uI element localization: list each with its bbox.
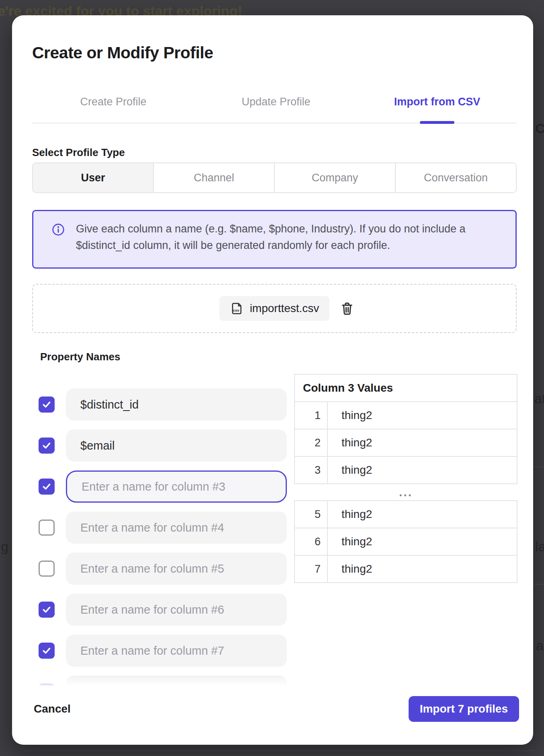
background-fragment: ata [534, 391, 544, 407]
csv-dropzone[interactable]: csv importtest.csv [32, 284, 517, 333]
row-value: thing2 [327, 402, 517, 429]
row-index: 7 [294, 555, 327, 583]
rows-ellipsis: ... [294, 484, 517, 500]
background-fragment: a [536, 638, 544, 653]
modal-footer: Cancel Import 7 profiles [34, 696, 519, 722]
profile-type-option-user[interactable]: User [33, 163, 154, 192]
profile-type-option-conversation[interactable]: Conversation [396, 163, 516, 192]
uploaded-file-name: importtest.csv [250, 302, 319, 315]
active-tab-underline [420, 121, 454, 124]
property-row [32, 429, 294, 462]
row-value: thing2 [327, 501, 517, 528]
row-value: thing2 [327, 456, 517, 484]
value-row: 5thing2 [294, 501, 517, 528]
row-index: 5 [294, 501, 327, 528]
checkmark-icon [41, 481, 52, 492]
property-checkbox[interactable] [39, 479, 55, 495]
tab-update-profile[interactable]: Update Profile [241, 96, 310, 108]
property-checkbox[interactable] [39, 520, 55, 536]
property-name-input[interactable] [66, 512, 287, 544]
property-checkbox[interactable] [39, 396, 55, 413]
row-value: thing2 [327, 528, 517, 555]
profile-type-segmented-control: UserChannelCompanyConversation [32, 162, 517, 193]
uploaded-file-chip[interactable]: csv importtest.csv [219, 296, 330, 321]
property-row [32, 594, 294, 626]
value-row: 2thing2 [294, 429, 517, 456]
checkmark-icon [41, 399, 52, 410]
row-index: 6 [294, 528, 327, 555]
background-fragment: Col [535, 121, 544, 136]
property-checkbox[interactable] [39, 684, 55, 686]
row-index: 1 [294, 402, 327, 429]
property-name-input[interactable] [66, 635, 287, 667]
select-profile-type-label: Select Profile Type [32, 146, 125, 159]
value-row: 1thing2 [294, 402, 517, 429]
property-checkbox[interactable] [39, 602, 55, 618]
property-checkbox[interactable] [39, 561, 55, 577]
background-fragment: g [1, 539, 8, 555]
property-row [32, 512, 294, 544]
background-divider [534, 584, 544, 585]
column-values-header: Column 3 Values [294, 374, 517, 402]
csv-file-icon: csv [230, 301, 244, 316]
property-name-list [32, 388, 294, 686]
property-name-input[interactable] [66, 676, 287, 686]
property-row [32, 635, 294, 667]
row-value: thing2 [327, 429, 517, 456]
row-index: 3 [294, 456, 327, 484]
modal-title: Create or Modify Profile [32, 43, 213, 62]
property-name-input[interactable] [66, 470, 287, 503]
property-row [32, 470, 294, 503]
checkmark-icon [41, 645, 52, 656]
tab-create-profile[interactable]: Create Profile [80, 96, 146, 108]
value-row: 7thing2 [294, 555, 517, 583]
row-index: 2 [294, 429, 327, 456]
property-name-input[interactable] [66, 429, 287, 462]
info-banner: Give each column a name (e.g. $name, $ph… [32, 210, 517, 269]
info-circle-icon [52, 223, 65, 236]
checkmark-icon [41, 440, 52, 451]
tab-import-from-csv[interactable]: Import from CSV [394, 96, 481, 108]
property-names-label: Property Names [40, 351, 120, 363]
background-divider [534, 466, 544, 467]
trash-icon[interactable] [340, 301, 354, 316]
property-checkbox[interactable] [39, 438, 55, 454]
svg-text:csv: csv [233, 308, 239, 312]
property-name-input[interactable] [66, 594, 287, 626]
value-row: 3thing2 [294, 456, 517, 484]
property-row [32, 553, 294, 585]
cancel-button[interactable]: Cancel [34, 703, 71, 715]
property-checkbox[interactable] [39, 643, 55, 659]
background-fragment: lab [535, 539, 544, 555]
import-profiles-button[interactable]: Import 7 profiles [409, 696, 519, 722]
row-value: thing2 [327, 555, 517, 583]
column-values-panel: Column 3 Values 1thing22thing23thing2 ..… [294, 374, 517, 583]
info-banner-text: Give each column a name (e.g. $name, $ph… [76, 221, 499, 267]
value-row: 6thing2 [294, 528, 517, 555]
property-name-input[interactable] [66, 388, 287, 421]
profile-type-option-channel[interactable]: Channel [154, 163, 275, 192]
profile-type-option-company[interactable]: Company [275, 163, 396, 192]
create-or-modify-profile-modal: Create or Modify Profile Create Profile … [12, 15, 533, 745]
column-values-table-top: Column 3 Values 1thing22thing23thing2 [294, 374, 517, 484]
background-divider [24, 750, 534, 751]
property-row [32, 388, 294, 421]
property-name-input[interactable] [66, 553, 287, 585]
property-row [32, 676, 294, 686]
column-values-table-bottom: 5thing26thing27thing2 [294, 500, 517, 583]
checkmark-icon [41, 604, 52, 615]
